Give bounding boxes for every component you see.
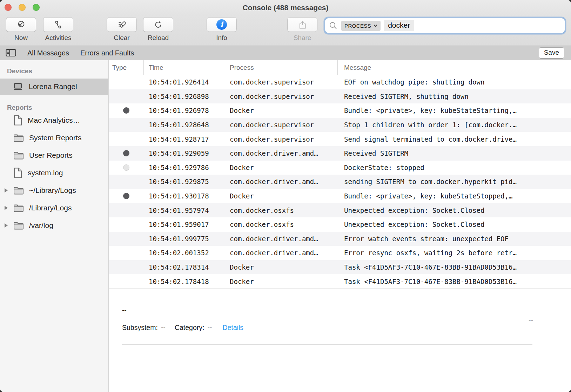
detail-divider: [122, 344, 532, 345]
sidebar-item-label: System Reports: [29, 134, 81, 142]
row-time: 10:54:01.926898: [144, 93, 226, 100]
activities-button[interactable]: Activities: [43, 18, 73, 42]
row-time: 10:54:01.928717: [144, 135, 226, 143]
search-filter-label: PROCESS: [344, 23, 371, 29]
table-row[interactable]: 10:54:01.929786 Docker DockerState: stop…: [109, 161, 571, 175]
table-row[interactable]: 10:54:02.178418 Docker Task <F41D5AF3-7C…: [109, 274, 571, 289]
now-button[interactable]: Now: [6, 18, 36, 42]
row-process: com.docker.driver.amd…: [226, 149, 338, 157]
sidebar-item-mac-analytics[interactable]: Mac Analytics…: [0, 111, 108, 129]
column-header-message[interactable]: Message: [338, 60, 571, 75]
disclosure-triangle-icon[interactable]: [5, 206, 8, 210]
console-window: Console (488 messages) Now Activities: [0, 0, 571, 392]
search-icon: [329, 21, 338, 30]
column-header-type[interactable]: Type: [109, 60, 144, 75]
folder-icon: [13, 151, 24, 160]
table-row[interactable]: 10:54:01.959017 com.docker.osxfs Unexpec…: [109, 217, 571, 232]
clear-button[interactable]: Clear: [107, 18, 136, 42]
save-button[interactable]: Save: [539, 48, 564, 58]
row-message: Bundle: <private>, key: kubeStateStartin…: [338, 107, 571, 114]
row-process: com.docker.supervisor: [226, 78, 338, 86]
row-process: Docker: [226, 107, 338, 114]
column-header-time[interactable]: Time: [144, 60, 226, 75]
table-row[interactable]: 10:54:02.178314 Docker Task <F41D5AF3-7C…: [109, 260, 571, 275]
share-label: Share: [294, 34, 311, 42]
row-message: Stop 1 children with order 1: [com.docke…: [338, 121, 571, 129]
row-message: Unexpected exception: Socket.Closed: [338, 221, 571, 228]
close-button[interactable]: [5, 4, 12, 11]
subsystem-label: Subsystem:: [122, 324, 158, 332]
folder-icon: [13, 186, 24, 195]
titlebar: Console (488 messages): [0, 0, 571, 15]
row-message: Task <F41D5AF3-7C10-467E-83BB-91BAD0D53B…: [338, 278, 571, 285]
log-table: 10:54:01.926414 com.docker.supervisor EO…: [109, 75, 571, 289]
category-label: Category:: [175, 324, 204, 332]
info-button[interactable]: i Info: [207, 18, 236, 42]
disclosure-triangle-icon[interactable]: [5, 188, 8, 192]
row-process: Docker: [226, 278, 338, 285]
table-row[interactable]: 10:54:01.926898 com.docker.supervisor Re…: [109, 89, 571, 104]
search-field[interactable]: PROCESS docker: [325, 18, 565, 33]
sidebar-item-system-log[interactable]: system.log: [0, 164, 108, 182]
sidebar-item-user-library-logs[interactable]: ~/Library/Logs: [0, 182, 108, 199]
table-row[interactable]: 10:54:01.957974 com.docker.osxfs Unexpec…: [109, 203, 571, 217]
document-icon: [13, 168, 22, 178]
row-process: com.docker.driver.amd…: [226, 178, 338, 185]
row-process: com.docker.supervisor: [226, 93, 338, 100]
sidebar-item-user-reports[interactable]: User Reports: [0, 147, 108, 164]
tab-all-messages[interactable]: All Messages: [27, 49, 69, 57]
sidebar: Devices Lorena Rangel Reports Mac Analyt…: [0, 60, 109, 392]
row-time: 10:54:02.178418: [144, 278, 226, 285]
row-process: com.docker.osxfs: [226, 207, 338, 214]
activities-label: Activities: [45, 34, 72, 42]
table-row[interactable]: 10:54:01.928717 com.docker.supervisor Se…: [109, 132, 571, 146]
clear-icon: [117, 20, 126, 29]
row-message: Task <F41D5AF3-7C10-467E-83BB-91BAD0D53B…: [338, 263, 571, 271]
filter-bar: All Messages Errors and Faults Save: [0, 46, 571, 60]
row-time: 10:54:01.926414: [144, 78, 226, 86]
info-icon: i: [216, 19, 227, 30]
row-time: 10:54:01.930178: [144, 192, 226, 200]
table-row[interactable]: 10:54:01.926978 Docker Bundle: <private>…: [109, 103, 571, 118]
details-link[interactable]: Details: [222, 324, 243, 332]
share-button[interactable]: Share: [288, 18, 317, 42]
sidebar-item-system-reports[interactable]: System Reports: [0, 129, 108, 147]
table-row[interactable]: 10:54:01.928648 com.docker.supervisor St…: [109, 118, 571, 132]
sidebar-toggle-button[interactable]: [6, 49, 16, 57]
zoom-button[interactable]: [33, 4, 40, 11]
activities-icon: [54, 20, 63, 29]
row-process: com.docker.driver.amd…: [226, 249, 338, 257]
sidebar-item-label: ~/Library/Logs: [29, 186, 76, 195]
share-icon: [298, 20, 307, 29]
sidebar-item-library-logs[interactable]: /Library/Logs: [0, 199, 108, 217]
search-query-token[interactable]: docker: [384, 20, 414, 31]
row-message: Received SIGTERM, shutting down: [338, 93, 571, 100]
log-level-dot: [123, 107, 129, 114]
reload-button[interactable]: Reload: [143, 18, 173, 42]
sidebar-item-label: /Library/Logs: [29, 204, 72, 212]
sidebar-item-label: Mac Analytics…: [28, 116, 80, 124]
table-row[interactable]: 10:54:01.930178 Docker Bundle: <private>…: [109, 189, 571, 203]
tab-errors-and-faults[interactable]: Errors and Faults: [80, 49, 134, 57]
sidebar-item-label: User Reports: [29, 151, 73, 160]
column-header-process[interactable]: Process: [226, 60, 338, 75]
sidebar-item-device[interactable]: Lorena Rangel: [0, 79, 108, 95]
disclosure-triangle-icon[interactable]: [5, 223, 8, 228]
reload-icon: [154, 20, 163, 29]
search-filter-token[interactable]: PROCESS: [341, 21, 381, 31]
table-row[interactable]: 10:54:01.929059 com.docker.driver.amd… R…: [109, 146, 571, 161]
table-row[interactable]: 10:54:02.001352 com.docker.driver.amd… E…: [109, 246, 571, 260]
sidebar-item-label: /var/log: [29, 221, 53, 230]
device-name: Lorena Rangel: [29, 82, 77, 91]
table-row[interactable]: 10:54:01.999775 com.docker.driver.amd… E…: [109, 232, 571, 246]
log-level-dot: [123, 150, 129, 156]
sidebar-devices-header: Devices: [0, 67, 108, 75]
chevron-down-icon: [374, 24, 377, 27]
row-process: com.docker.supervisor: [226, 121, 338, 129]
minimize-button[interactable]: [19, 4, 26, 11]
table-row[interactable]: 10:54:01.929875 com.docker.driver.amd… s…: [109, 175, 571, 189]
row-time: 10:54:01.928648: [144, 121, 226, 129]
table-row[interactable]: 10:54:01.926414 com.docker.supervisor EO…: [109, 75, 571, 89]
sidebar-item-var-log[interactable]: /var/log: [0, 217, 108, 234]
row-process: com.docker.supervisor: [226, 135, 338, 143]
